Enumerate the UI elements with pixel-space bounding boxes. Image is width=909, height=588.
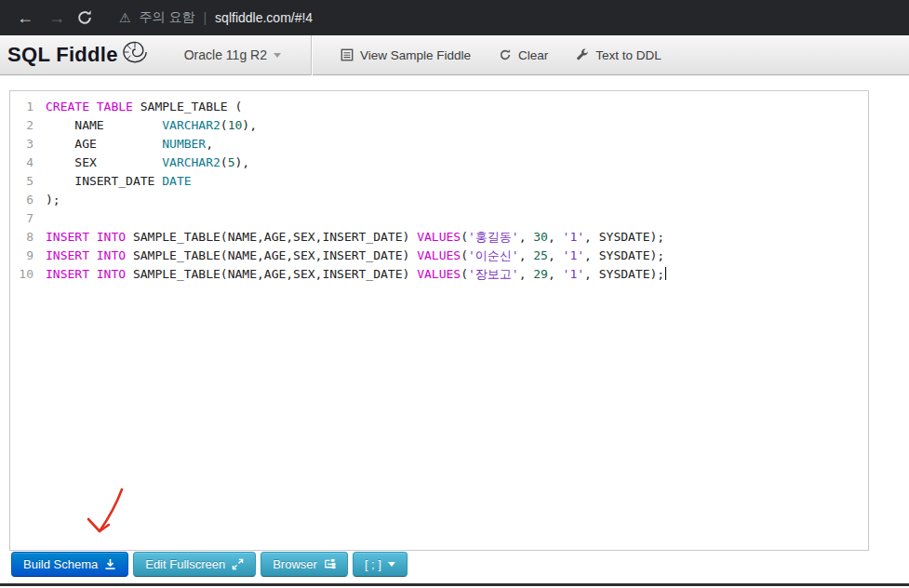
chevron-down-icon <box>274 53 281 58</box>
code-token-type: DATE <box>162 174 191 188</box>
line-number: 7 <box>10 209 46 228</box>
code-token-keyword: VALUES <box>417 248 461 262</box>
code-token-keyword: CREATE TABLE <box>46 100 133 114</box>
address-bar[interactable]: ⚠ 주의 요함 | sqlfiddle.com/#!4 <box>119 9 313 26</box>
build-schema-label: Build Schema <box>23 557 98 571</box>
code-token-number: 5 <box>228 155 235 169</box>
code-text: AGE NUMBER, <box>46 135 213 154</box>
code-token-type: VARCHAR2 <box>162 155 221 169</box>
edit-fullscreen-button[interactable]: Edit Fullscreen <box>133 552 256 577</box>
code-text: ); <box>46 191 60 209</box>
forward-icon[interactable]: → <box>45 0 69 35</box>
code-token-type: VARCHAR2 <box>162 118 221 132</box>
line-number: 6 <box>10 191 46 209</box>
header-divider <box>311 35 313 75</box>
reload-icon[interactable] <box>76 9 93 26</box>
code-token-plain: , <box>519 230 534 244</box>
code-token-plain: , <box>548 267 563 281</box>
security-label: 주의 요함 <box>140 9 195 26</box>
database-selector[interactable]: Oracle 11g R2 <box>184 47 281 62</box>
code-token-type: NUMBER <box>162 137 206 151</box>
code-text: INSERT INTO SAMPLE_TABLE(NAME,AGE,SEX,IN… <box>46 247 664 265</box>
code-token-plain: INSERT_DATE <box>46 174 162 188</box>
code-text: INSERT INTO SAMPLE_TABLE(NAME,AGE,SEX,IN… <box>46 265 666 284</box>
clear-label: Clear <box>518 48 548 62</box>
code-token-keyword: VALUES <box>417 230 461 244</box>
code-token-string: '1' <box>563 230 584 244</box>
code-line: 2 NAME VARCHAR2(10), <box>10 116 868 135</box>
line-number: 4 <box>10 154 46 172</box>
code-text: CREATE TABLE SAMPLE_TABLE ( <box>46 98 242 116</box>
code-token-plain: ); <box>46 193 60 207</box>
url-separator: | <box>203 10 207 25</box>
view-sample-fiddle-button[interactable]: View Sample Fiddle <box>341 48 471 62</box>
code-token-keyword: INSERT INTO <box>46 248 126 262</box>
code-token-plain: SAMPLE_TABLE(NAME,AGE,SEX,INSERT_DATE) <box>126 230 417 244</box>
code-token-plain: SEX <box>46 155 162 169</box>
sql-editor[interactable]: 1CREATE TABLE SAMPLE_TABLE (2 NAME VARCH… <box>9 90 869 551</box>
line-number: 9 <box>10 247 46 265</box>
code-token-plain: SAMPLE_TABLE ( <box>133 100 242 114</box>
line-number: 3 <box>10 135 46 154</box>
app-header: SQL Fiddle Oracle 11g R2 View Sample Fid… <box>0 35 909 75</box>
build-schema-button[interactable]: Build Schema <box>11 552 128 577</box>
code-token-plain: AGE <box>46 137 162 151</box>
code-token-string: '이순신' <box>468 248 519 262</box>
back-icon[interactable]: ← <box>13 0 37 35</box>
code-token-plain: ), <box>242 118 257 132</box>
code-text: SEX VARCHAR2(5), <box>46 154 249 172</box>
document-icon <box>341 48 354 61</box>
text-cursor <box>665 267 666 280</box>
code-line: 3 AGE NUMBER, <box>10 135 868 154</box>
code-token-string: '장보고' <box>468 267 519 281</box>
code-token-plain: ( <box>461 248 468 262</box>
code-token-number: 25 <box>533 248 548 262</box>
code-token-plain: ( <box>461 267 468 281</box>
browser-label: Browser <box>273 557 317 571</box>
browser-button[interactable]: Browser <box>261 552 348 577</box>
code-token-plain: , SYSDATE); <box>584 248 664 262</box>
code-token-number: 30 <box>533 230 548 244</box>
code-token-plain: NAME <box>46 118 162 132</box>
footer-actions: Build Schema Edit Fullscreen Browser [ ;… <box>11 552 408 577</box>
edit-fullscreen-label: Edit Fullscreen <box>145 557 225 571</box>
security-warning-icon[interactable]: ⚠ <box>119 10 131 25</box>
code-text: INSERT_DATE DATE <box>46 172 192 191</box>
code-token-plain: SAMPLE_TABLE(NAME,AGE,SEX,INSERT_DATE) <box>126 267 417 281</box>
code-token-plain: , <box>206 137 213 151</box>
code-token-plain: ( <box>221 155 228 169</box>
code-token-plain: , SYSDATE); <box>584 267 664 281</box>
refresh-icon <box>499 48 512 61</box>
url-text[interactable]: sqlfiddle.com/#!4 <box>215 10 313 25</box>
clear-button[interactable]: Clear <box>499 48 548 62</box>
wrench-icon <box>576 48 589 61</box>
query-terminator-label: [ ; ] <box>365 557 381 571</box>
code-line: 9INSERT INTO SAMPLE_TABLE(NAME,AGE,SEX,I… <box>10 247 868 265</box>
line-number: 8 <box>10 228 46 247</box>
code-token-plain: ), <box>235 155 250 169</box>
text-to-ddl-label: Text to DDL <box>595 48 662 62</box>
bottom-divider <box>0 583 909 586</box>
code-token-string: '홍길동' <box>468 230 519 244</box>
download-icon <box>104 558 116 570</box>
code-token-keyword: INSERT INTO <box>46 230 126 244</box>
code-token-keyword: VALUES <box>417 267 461 281</box>
sqlfiddle-logo[interactable]: SQL Fiddle <box>7 42 149 68</box>
tree-list-icon <box>324 558 336 570</box>
text-to-ddl-button[interactable]: Text to DDL <box>576 48 662 62</box>
code-text: INSERT INTO SAMPLE_TABLE(NAME,AGE,SEX,IN… <box>46 228 664 247</box>
code-line: 8INSERT INTO SAMPLE_TABLE(NAME,AGE,SEX,I… <box>10 228 868 247</box>
line-number: 10 <box>10 265 46 284</box>
code-token-keyword: INSERT INTO <box>46 267 126 281</box>
line-number: 1 <box>10 98 46 116</box>
database-selector-label: Oracle 11g R2 <box>184 47 267 62</box>
shell-logo-icon <box>121 40 149 68</box>
chevron-down-icon <box>388 562 395 567</box>
code-token-plain: , <box>519 267 534 281</box>
line-number: 5 <box>10 172 46 191</box>
code-line: 1CREATE TABLE SAMPLE_TABLE ( <box>10 98 868 116</box>
query-terminator-button[interactable]: [ ; ] <box>353 552 408 577</box>
code-line: 6); <box>10 191 868 209</box>
code-token-plain: , <box>519 248 534 262</box>
code-token-plain: ( <box>221 118 228 132</box>
